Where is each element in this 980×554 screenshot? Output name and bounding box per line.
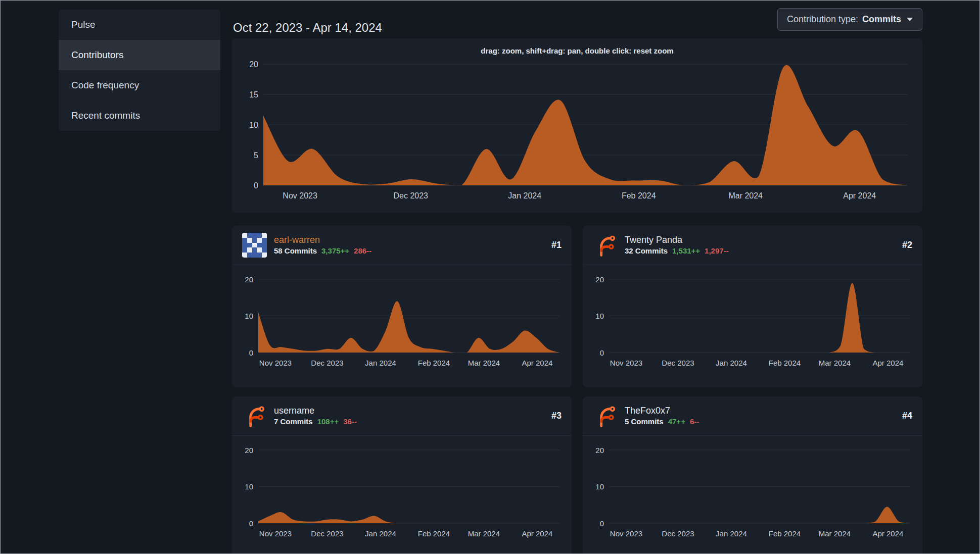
svg-text:10: 10 bbox=[245, 482, 253, 491]
svg-text:Apr 2024: Apr 2024 bbox=[522, 529, 552, 538]
svg-text:Dec 2023: Dec 2023 bbox=[662, 359, 694, 367]
svg-text:Apr 2024: Apr 2024 bbox=[843, 191, 876, 200]
forgejo-logo-icon bbox=[593, 404, 618, 428]
svg-text:Mar 2024: Mar 2024 bbox=[728, 191, 763, 200]
contributor-cards-grid: earl-warren 58 Commits 3,375++ 286-- #1 … bbox=[232, 226, 922, 554]
contributor-chart[interactable]: 01020Nov 2023Dec 2023Jan 2024Feb 2024Mar… bbox=[232, 440, 572, 543]
svg-text:Nov 2023: Nov 2023 bbox=[259, 359, 292, 367]
deletions-count: 36-- bbox=[343, 418, 357, 426]
contributor-chart[interactable]: 01020Nov 2023Dec 2023Jan 2024Feb 2024Mar… bbox=[232, 269, 572, 373]
svg-text:Nov 2023: Nov 2023 bbox=[283, 191, 317, 200]
forgejo-logo-icon bbox=[242, 404, 267, 428]
deletions-count: 6-- bbox=[690, 418, 699, 426]
svg-text:Nov 2023: Nov 2023 bbox=[610, 359, 642, 367]
sidebar-item-recent-commits[interactable]: Recent commits bbox=[59, 100, 220, 131]
additions-count: 108++ bbox=[317, 418, 339, 426]
forgejo-logo-icon bbox=[593, 233, 618, 258]
contributor-card: earl-warren 58 Commits 3,375++ 286-- #1 … bbox=[232, 226, 572, 387]
rank-badge: #4 bbox=[902, 411, 912, 421]
svg-text:0: 0 bbox=[600, 348, 604, 357]
activity-contributors-page: { "sidebar": { "items": [ {"label": "Pul… bbox=[0, 0, 980, 554]
svg-text:20: 20 bbox=[595, 275, 604, 284]
contributor-info: earl-warren 58 Commits 3,375++ 286-- bbox=[274, 235, 371, 255]
main-contributions-chart[interactable]: 05101520Nov 2023Dec 2023Jan 2024Feb 2024… bbox=[242, 57, 912, 209]
svg-text:Jan 2024: Jan 2024 bbox=[716, 359, 747, 367]
sidebar-item-contributors[interactable]: Contributors bbox=[59, 40, 220, 70]
commits-count: 58 Commits bbox=[274, 247, 317, 256]
svg-text:20: 20 bbox=[245, 446, 253, 455]
svg-text:Apr 2024: Apr 2024 bbox=[872, 359, 903, 367]
contributor-info: TheFox0x7 5 Commits 47++ 6-- bbox=[625, 406, 699, 426]
svg-text:Mar 2024: Mar 2024 bbox=[819, 529, 851, 538]
contributor-header: earl-warren 58 Commits 3,375++ 286-- #1 bbox=[232, 226, 572, 265]
commits-count: 7 Commits bbox=[274, 418, 313, 426]
contribution-type-button[interactable]: Contribution type: Commits bbox=[777, 8, 922, 31]
svg-text:Feb 2024: Feb 2024 bbox=[769, 529, 801, 538]
contribution-type-label: Contribution type: bbox=[787, 14, 858, 25]
rank-badge: #1 bbox=[551, 240, 562, 250]
svg-text:Feb 2024: Feb 2024 bbox=[418, 529, 450, 538]
contributor-header: Twenty Panda 32 Commits 1,531++ 1,297-- … bbox=[583, 226, 922, 265]
svg-text:0: 0 bbox=[600, 519, 604, 528]
additions-count: 1,531++ bbox=[672, 247, 700, 256]
svg-text:Apr 2024: Apr 2024 bbox=[522, 359, 552, 367]
svg-text:10: 10 bbox=[245, 312, 253, 320]
svg-text:Feb 2024: Feb 2024 bbox=[769, 359, 801, 367]
sidebar-item-pulse[interactable]: Pulse bbox=[59, 10, 220, 40]
contributor-name: TheFox0x7 bbox=[625, 406, 699, 416]
svg-text:10: 10 bbox=[595, 312, 604, 320]
svg-text:5: 5 bbox=[254, 151, 258, 160]
svg-text:Dec 2023: Dec 2023 bbox=[311, 529, 343, 538]
deletions-count: 1,297-- bbox=[705, 247, 729, 256]
chart-zoom-hint: drag: zoom, shift+drag: pan, double clic… bbox=[242, 46, 912, 55]
contributor-card: TheFox0x7 5 Commits 47++ 6-- #4 01020Nov… bbox=[583, 396, 922, 554]
chevron-down-icon bbox=[907, 18, 913, 21]
svg-text:Nov 2023: Nov 2023 bbox=[610, 529, 642, 538]
overall-contributions-card: drag: zoom, shift+drag: pan, double clic… bbox=[232, 38, 922, 213]
contributor-header: TheFox0x7 5 Commits 47++ 6-- #4 bbox=[583, 396, 922, 436]
additions-count: 47++ bbox=[668, 418, 685, 426]
rank-badge: #2 bbox=[902, 240, 912, 250]
contributor-stats: 5 Commits 47++ 6-- bbox=[625, 418, 699, 426]
svg-text:Jan 2024: Jan 2024 bbox=[365, 529, 396, 538]
svg-text:Nov 2023: Nov 2023 bbox=[259, 529, 292, 538]
svg-text:Mar 2024: Mar 2024 bbox=[819, 359, 851, 367]
contributor-stats: 7 Commits 108++ 36-- bbox=[274, 418, 357, 426]
svg-text:20: 20 bbox=[595, 446, 604, 455]
contributor-chart[interactable]: 01020Nov 2023Dec 2023Jan 2024Feb 2024Mar… bbox=[583, 440, 922, 543]
date-range-title: Oct 22, 2023 - Apr 14, 2024 bbox=[233, 21, 382, 35]
contributor-name: Twenty Panda bbox=[625, 235, 729, 245]
commits-count: 5 Commits bbox=[625, 418, 664, 426]
identicon-avatar bbox=[242, 233, 267, 258]
contributor-info: Twenty Panda 32 Commits 1,531++ 1,297-- bbox=[625, 235, 729, 255]
activity-sidebar: Pulse Contributors Code frequency Recent… bbox=[59, 10, 220, 131]
deletions-count: 286-- bbox=[354, 247, 371, 256]
svg-text:20: 20 bbox=[249, 60, 258, 69]
svg-text:Mar 2024: Mar 2024 bbox=[468, 529, 500, 538]
svg-text:0: 0 bbox=[254, 181, 258, 190]
contribution-type-value: Commits bbox=[862, 14, 901, 25]
svg-text:Jan 2024: Jan 2024 bbox=[365, 359, 396, 367]
svg-text:10: 10 bbox=[595, 482, 604, 491]
svg-text:Feb 2024: Feb 2024 bbox=[622, 191, 656, 200]
contributor-name: username bbox=[274, 406, 357, 416]
rank-badge: #3 bbox=[551, 411, 562, 421]
contributor-stats: 58 Commits 3,375++ 286-- bbox=[274, 247, 371, 256]
svg-text:Dec 2023: Dec 2023 bbox=[393, 191, 428, 200]
svg-text:Jan 2024: Jan 2024 bbox=[716, 529, 747, 538]
svg-text:Dec 2023: Dec 2023 bbox=[662, 529, 694, 538]
svg-text:10: 10 bbox=[249, 121, 258, 129]
contributor-info: username 7 Commits 108++ 36-- bbox=[274, 406, 357, 426]
contributor-name[interactable]: earl-warren bbox=[274, 235, 371, 245]
additions-count: 3,375++ bbox=[321, 247, 349, 256]
contributor-chart[interactable]: 01020Nov 2023Dec 2023Jan 2024Feb 2024Mar… bbox=[583, 269, 922, 373]
contributor-header: username 7 Commits 108++ 36-- #3 bbox=[232, 396, 572, 436]
svg-text:Feb 2024: Feb 2024 bbox=[418, 359, 450, 367]
contributor-stats: 32 Commits 1,531++ 1,297-- bbox=[625, 247, 729, 256]
svg-text:20: 20 bbox=[245, 275, 253, 284]
sidebar-item-code-frequency[interactable]: Code frequency bbox=[59, 70, 220, 100]
svg-text:Apr 2024: Apr 2024 bbox=[872, 529, 903, 538]
svg-text:0: 0 bbox=[249, 519, 253, 528]
commits-count: 32 Commits bbox=[625, 247, 668, 256]
svg-text:0: 0 bbox=[249, 348, 253, 357]
